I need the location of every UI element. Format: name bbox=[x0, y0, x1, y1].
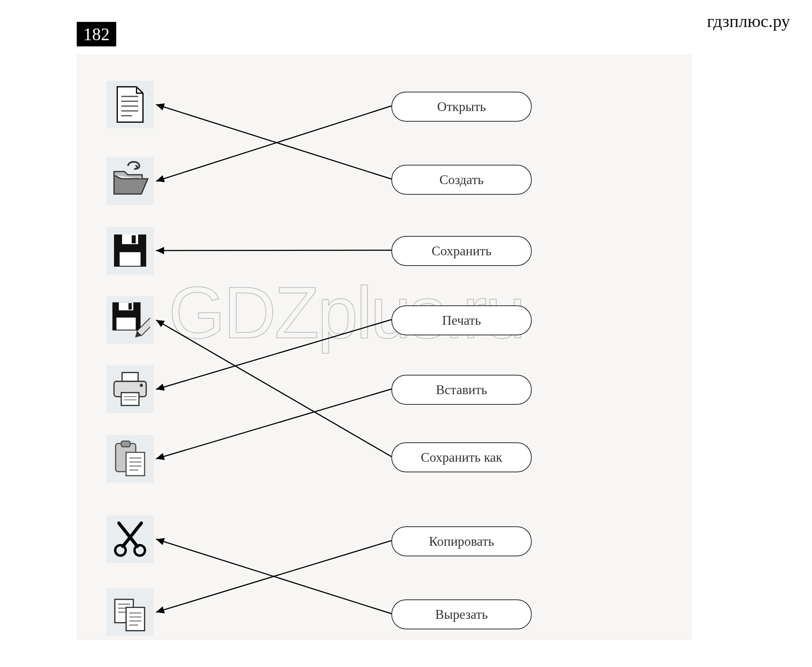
copy-icon bbox=[106, 589, 154, 636]
svg-rect-24 bbox=[120, 252, 140, 265]
svg-line-2 bbox=[156, 105, 391, 179]
svg-rect-39 bbox=[126, 452, 145, 476]
svg-rect-31 bbox=[122, 373, 138, 382]
svg-marker-7 bbox=[156, 383, 165, 390]
svg-line-46 bbox=[123, 523, 141, 546]
label-box-5: Сохранить как bbox=[391, 442, 532, 472]
svg-rect-23 bbox=[131, 235, 136, 243]
svg-point-36 bbox=[139, 384, 143, 387]
svg-marker-13 bbox=[156, 606, 165, 613]
scissors-icon bbox=[106, 515, 154, 563]
svg-line-4 bbox=[156, 250, 391, 251]
folder-open-icon bbox=[106, 158, 154, 205]
svg-marker-3 bbox=[156, 103, 165, 110]
svg-rect-52 bbox=[126, 607, 145, 631]
floppy-pencil-icon bbox=[106, 296, 154, 344]
site-label: гдзплюс.ру bbox=[707, 11, 790, 31]
label-box-4: Вставить bbox=[391, 375, 532, 405]
svg-marker-9 bbox=[156, 453, 165, 460]
matching-diagram: GDZplus.ru bbox=[77, 55, 691, 640]
svg-rect-27 bbox=[129, 303, 132, 310]
label-box-6: Копировать bbox=[391, 526, 532, 556]
clipboard-icon bbox=[106, 435, 154, 483]
svg-rect-28 bbox=[116, 317, 136, 330]
svg-marker-15 bbox=[156, 538, 165, 545]
svg-marker-11 bbox=[156, 320, 165, 327]
svg-marker-5 bbox=[156, 247, 164, 254]
svg-line-10 bbox=[156, 320, 391, 456]
svg-rect-38 bbox=[121, 441, 130, 447]
svg-marker-1 bbox=[156, 175, 165, 182]
label-box-3: Печать bbox=[391, 305, 532, 335]
svg-line-12 bbox=[156, 541, 391, 612]
printer-icon bbox=[106, 366, 154, 413]
svg-line-0 bbox=[156, 106, 391, 181]
label-box-1: Создать bbox=[391, 165, 532, 195]
svg-line-8 bbox=[156, 389, 391, 459]
document-icon bbox=[106, 81, 154, 128]
label-box-7: Вырезать bbox=[391, 599, 532, 629]
label-box-2: Сохранить bbox=[391, 236, 532, 266]
floppy-icon bbox=[106, 227, 154, 274]
svg-line-47 bbox=[119, 523, 138, 546]
page-number-badge: 182 bbox=[77, 22, 116, 46]
svg-rect-33 bbox=[121, 393, 139, 405]
svg-line-6 bbox=[156, 320, 391, 389]
svg-line-14 bbox=[156, 539, 391, 614]
label-box-0: Открыть bbox=[391, 92, 532, 122]
